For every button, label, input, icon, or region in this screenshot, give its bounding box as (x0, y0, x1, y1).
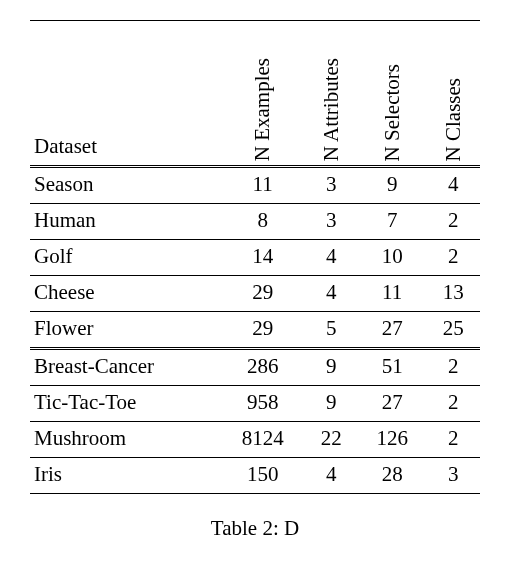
cell-n-examples: 29 (221, 276, 305, 312)
col-header-n-classes: N Classes (427, 21, 480, 167)
table-header-row: Dataset N Examples N Attributes N Select… (30, 21, 480, 167)
table-row: Golf 14 4 10 2 (30, 240, 480, 276)
cell-n-selectors: 27 (358, 386, 427, 422)
cell-n-classes: 3 (427, 458, 480, 494)
col-header-n-attributes: N Attributes (305, 21, 358, 167)
cell-dataset: Flower (30, 312, 221, 349)
cell-n-selectors: 9 (358, 167, 427, 204)
table-caption: Table 2: D (211, 516, 299, 541)
table-row: Cheese 29 4 11 13 (30, 276, 480, 312)
cell-dataset: Cheese (30, 276, 221, 312)
col-header-n-examples: N Examples (221, 21, 305, 167)
cell-n-classes: 2 (427, 422, 480, 458)
caption-text: Table 2: D (211, 516, 299, 540)
col-header-label: N Classes (441, 78, 466, 161)
cell-n-classes: 2 (427, 204, 480, 240)
cell-n-selectors: 28 (358, 458, 427, 494)
cell-n-attributes: 9 (305, 349, 358, 386)
cell-dataset: Breast-Cancer (30, 349, 221, 386)
cell-n-selectors: 10 (358, 240, 427, 276)
col-header-label: N Attributes (319, 58, 344, 161)
cell-n-attributes: 9 (305, 386, 358, 422)
cell-n-examples: 8 (221, 204, 305, 240)
cell-dataset: Tic-Tac-Toe (30, 386, 221, 422)
cell-n-attributes: 5 (305, 312, 358, 349)
cell-n-selectors: 27 (358, 312, 427, 349)
cell-n-classes: 2 (427, 240, 480, 276)
cell-n-attributes: 3 (305, 204, 358, 240)
cell-n-classes: 13 (427, 276, 480, 312)
cell-n-examples: 14 (221, 240, 305, 276)
table-row: Tic-Tac-Toe 958 9 27 2 (30, 386, 480, 422)
cell-n-attributes: 4 (305, 458, 358, 494)
page: Dataset N Examples N Attributes N Select… (0, 0, 510, 568)
cell-n-attributes: 3 (305, 167, 358, 204)
cell-n-attributes: 4 (305, 276, 358, 312)
col-header-n-selectors: N Selectors (358, 21, 427, 167)
table-row: Season 11 3 9 4 (30, 167, 480, 204)
table-row: Mushroom 8124 22 126 2 (30, 422, 480, 458)
cell-n-selectors: 7 (358, 204, 427, 240)
col-header-label: N Selectors (380, 64, 405, 161)
col-header-label: Dataset (34, 134, 97, 158)
cell-n-examples: 8124 (221, 422, 305, 458)
cell-n-examples: 958 (221, 386, 305, 422)
cell-n-classes: 4 (427, 167, 480, 204)
dataset-summary-table: Dataset N Examples N Attributes N Select… (30, 20, 480, 494)
col-header-label: N Examples (250, 58, 275, 161)
cell-dataset: Golf (30, 240, 221, 276)
cell-n-examples: 29 (221, 312, 305, 349)
cell-n-examples: 11 (221, 167, 305, 204)
cell-dataset: Season (30, 167, 221, 204)
table-row: Human 8 3 7 2 (30, 204, 480, 240)
cell-dataset: Iris (30, 458, 221, 494)
table-row: Breast-Cancer 286 9 51 2 (30, 349, 480, 386)
cell-n-classes: 2 (427, 386, 480, 422)
cell-n-selectors: 51 (358, 349, 427, 386)
cell-n-examples: 150 (221, 458, 305, 494)
cell-n-examples: 286 (221, 349, 305, 386)
table-row: Iris 150 4 28 3 (30, 458, 480, 494)
cell-dataset: Human (30, 204, 221, 240)
col-header-dataset: Dataset (30, 21, 221, 167)
cell-dataset: Mushroom (30, 422, 221, 458)
cell-n-selectors: 11 (358, 276, 427, 312)
table-row: Flower 29 5 27 25 (30, 312, 480, 349)
cell-n-selectors: 126 (358, 422, 427, 458)
cell-n-classes: 2 (427, 349, 480, 386)
cell-n-classes: 25 (427, 312, 480, 349)
cell-n-attributes: 22 (305, 422, 358, 458)
cell-n-attributes: 4 (305, 240, 358, 276)
